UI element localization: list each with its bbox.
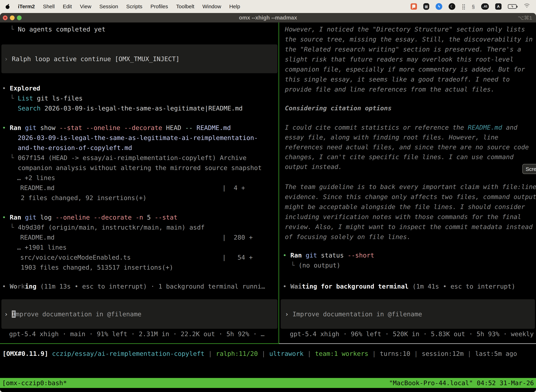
left-plus1901: … +1901 lines [17, 242, 67, 252]
right-waiting: • Waiting for background terminal (1m 41… [283, 281, 515, 291]
window-title-bar: omx --xhigh --madmax ⌥⌘1 [0, 13, 536, 23]
left-explored: • Explored [2, 83, 40, 93]
right-para2-l2: essay file, along with finding root file… [285, 132, 498, 142]
messenger-badge-icon[interactable]: ϟ [436, 3, 442, 10]
left-commit-4b9: └ 4b9d30f (origin/main, instructkr/main,… [10, 222, 205, 232]
battery-percent-badge[interactable]: ..61 [481, 3, 489, 10]
squiggle-icon[interactable]: § [472, 4, 475, 9]
right-para2-l4: changes, I can't cite specific file line… [285, 152, 513, 162]
left-commit-067: └ 067f154 (HEAD -> essay/ai-reimplementa… [10, 153, 247, 163]
menu-item-window[interactable]: Window [202, 4, 221, 9]
right-para1-l4: slight risk that future readers may over… [285, 54, 513, 64]
wifi-icon[interactable] [523, 4, 531, 9]
right-para1-l3: the "Related research writing" section i… [285, 44, 521, 54]
left-stat-readme4: README.md | 4 + [20, 183, 245, 193]
menu-item-view[interactable]: View [80, 4, 91, 9]
right-para1-l2: the source tree, missing the essay. Stil… [285, 34, 533, 44]
left-stat-readme280: README.md | 280 + [20, 232, 253, 242]
tmux-status-bar: [omx-cczip0:bash* "MacBook-Pro-44.local"… [0, 378, 536, 388]
right-para1-l5: companion file, especially if more comme… [285, 64, 525, 74]
menu-item-profiles[interactable]: Profiles [150, 4, 168, 9]
menu-item-session[interactable]: Session [99, 4, 118, 9]
right-no-output: └ (no output) [291, 260, 340, 270]
left-pane-bottom-border [0, 343, 279, 344]
right-ran-status: • Ran git status --short [283, 250, 374, 260]
right-para2-l3: references need actual files, and since … [285, 142, 529, 152]
left-input-text: › Improve documentation in @filename [4, 309, 141, 319]
right-model-status: gpt-5.4 xhigh · 96% left · 520K in · 5.8… [290, 329, 536, 339]
menu-item-iterm2[interactable]: iTerm2 [18, 4, 35, 9]
tmux-host-clock: "MacBook-Pro-44.local" 04:52 31-Mar-26 [389, 378, 534, 388]
left-model-status: gpt-5.4 xhigh · main · 91% left · 2.31M … [9, 329, 264, 339]
right-heading: Considering citation options [285, 103, 392, 113]
right-input-text: › Improve documentation in @filename [285, 309, 422, 319]
left-stat-2files: 2 files changed, 92 insertions(+) [21, 193, 147, 203]
menu-item-scripts[interactable]: Scripts [126, 4, 143, 9]
right-para3-l3: might be acceptable alongside the file l… [285, 202, 525, 212]
screen-tooltip: Scre [522, 164, 536, 174]
right-para1-l7: provide file and line references from th… [285, 84, 494, 94]
input-source-icon[interactable]: A [495, 3, 502, 10]
left-ran-show: • Ran git show --stat --oneline --decora… [2, 123, 231, 133]
left-plus2: … +2 lines [17, 173, 55, 183]
left-ran-log: • Ran git log --oneline --decorate -n 5 … [2, 212, 177, 222]
right-para3-l2: evidence. Since this change only affects… [285, 192, 536, 202]
left-show-file-2: and-the-erosion-of-copyleft.md [18, 143, 132, 153]
moon-app-icon[interactable]: ☾ [449, 3, 455, 10]
screen-tooltip-label: Scre [526, 164, 536, 174]
menu-item-toolbelt[interactable]: Toolbelt [176, 4, 194, 9]
left-ralph-loop: › Ralph loop active continue [OMX_TMUX_I… [4, 54, 180, 64]
right-para1-l6: this single essay, it seems like a good … [285, 74, 510, 84]
menu-bar: iTerm2ShellEditViewSessionScriptsProfile… [0, 0, 536, 13]
window-shortcut-badge: ⌥⌘1 [518, 15, 532, 21]
window-title: omx --xhigh --madmax [0, 14, 536, 21]
screenshot-app-icon[interactable] [411, 3, 417, 10]
left-working: • Working (11m 13s • esc to interrupt) ·… [2, 281, 265, 291]
tmux-pane-divider[interactable] [278, 23, 279, 344]
terminal-body: └ No agents completed yet› Ralph loop ac… [0, 23, 536, 392]
menu-item-edit[interactable]: Edit [63, 4, 72, 9]
menu-item-shell[interactable]: Shell [43, 4, 55, 9]
apple-icon[interactable] [5, 4, 10, 9]
right-para3-l5: review. Also, I might want to inspect th… [285, 222, 533, 232]
left-search: Search 2026-03-09-is-legal-the-same-as-l… [18, 103, 243, 113]
right-para2-l5: output instead. [285, 162, 342, 172]
left-stat-voice: src/voice/voiceModeEnabled.ts | 54 + [20, 252, 253, 262]
left-show-file-1: 2026-03-09-is-legal-the-same-as-legitima… [18, 133, 258, 143]
right-para3-l6: of focusing solely on file lines. [285, 232, 411, 242]
right-para2-l1: I could cite commit statistics or refere… [285, 122, 517, 132]
left-list: └ List git ls-files [10, 93, 83, 103]
left-commit-067-2: companion analysis without altering the … [18, 163, 262, 173]
battery-icon[interactable]: ϟ [508, 4, 517, 9]
right-para3-l1: The team guideline is to back every impo… [285, 182, 536, 192]
tmux-session-label: [omx-cczip0:bash* [2, 378, 67, 388]
right-pane-bottom-border [279, 343, 536, 344]
left-stat-1903files: 1903 files changed, 513517 insertions(+) [21, 262, 173, 272]
keypad-shield-icon[interactable]: ▦ [423, 3, 429, 10]
right-para3-l4: including verification notes with those … [285, 212, 521, 222]
right-para1-l1: However, I noticed the "Directory Struct… [285, 24, 525, 34]
menu-item-help[interactable]: Help [229, 4, 240, 9]
left-no-agents: └ No agents completed yet [10, 24, 105, 34]
omx-status-line: [OMX#0.11.9] cczip/essay/ai-reimplementa… [2, 349, 517, 359]
dots-grid-icon[interactable]: ⣿ [462, 4, 465, 10]
